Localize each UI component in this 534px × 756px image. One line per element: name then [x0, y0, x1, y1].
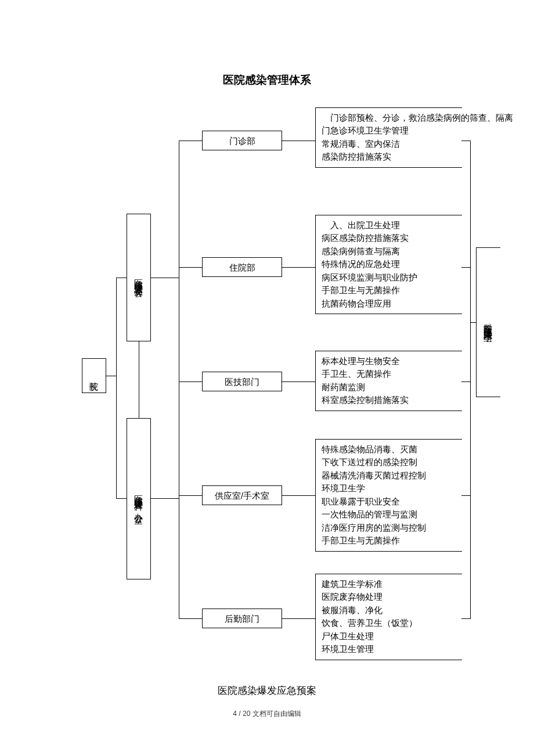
detail-line: 饮食、营养卫生（饭堂）	[322, 617, 457, 629]
detail-line: 环境卫生管理	[322, 643, 457, 656]
detail-line: 门急诊环境卫生学管理	[322, 124, 457, 137]
connector	[179, 141, 202, 141]
connector	[461, 141, 470, 141]
connector	[282, 141, 315, 141]
connector	[179, 267, 202, 268]
node-office-label: 医院感染管理科／办公室	[133, 488, 145, 510]
page-title: 医院感染管理体系	[0, 73, 534, 88]
detail-line: 器械清洗消毒灭菌过程控制	[322, 469, 457, 482]
detail-line: 洁净医疗用房的监测与控制	[322, 521, 457, 534]
detail-line: 手卫生、无菌操作	[322, 368, 457, 380]
connector	[116, 278, 117, 498]
detail-line: 科室感染控制措施落实	[322, 394, 457, 406]
connector	[461, 618, 470, 619]
detail-line: 入、出院卫生处理	[322, 219, 457, 232]
detail-line: 一次性物品的管理与监测	[322, 508, 457, 521]
dept-outpatient-label: 门诊部	[229, 135, 255, 147]
connector	[151, 278, 179, 278]
detail-line: 环境卫生学	[322, 482, 457, 495]
node-committee-label: 医院感染管理委员会	[133, 272, 145, 283]
dept-medtech: 医技部门	[202, 372, 282, 391]
detail-line: 手部卫生与无菌操作	[322, 284, 457, 297]
connector	[139, 341, 139, 418]
detail-line: 耐药菌监测	[322, 381, 457, 394]
connector	[116, 278, 127, 278]
detail-line: 建筑卫生学标准	[322, 578, 457, 591]
detail-line: 感染防控措施落实	[322, 150, 457, 163]
detail-line: 被服消毒、净化	[322, 604, 457, 617]
detail-line: 门诊部预检、分诊，救治感染病例的筛查、隔离	[322, 111, 457, 124]
connector	[179, 618, 202, 619]
connector	[282, 618, 315, 619]
detail-inpatient: 入、出院卫生处理 病区感染防控措施落实 感染病例筛查与隔离 特殊情况的应急处理 …	[315, 215, 462, 314]
node-committee: 医院感染管理委员会	[127, 214, 151, 341]
connector	[282, 495, 315, 496]
detail-line: 感染病例筛查与隔离	[322, 245, 457, 258]
detail-line: 病区环境监测与职业防护	[322, 271, 457, 284]
connector	[470, 322, 476, 323]
node-office: 医院感染管理科／办公室	[127, 418, 151, 579]
dept-inpatient-label: 住院部	[229, 261, 255, 273]
dept-inpatient: 住院部	[202, 257, 282, 277]
detail-logistics: 建筑卫生学标准 医院废弃物处理 被服消毒、净化 饮食、营养卫生（饭堂） 尸体卫生…	[315, 574, 462, 660]
detail-line: 特殊感染物品消毒、灭菌	[322, 443, 457, 456]
detail-line: 尸体卫生处理	[322, 630, 457, 643]
connector	[116, 498, 127, 499]
dept-supply: 供应室/手术室	[202, 485, 282, 505]
node-dept-group: 科室医院感染管理小组	[476, 247, 500, 397]
node-dept-group-label: 科室医院感染管理小组	[482, 316, 495, 328]
dept-logistics-label: 后勤部门	[225, 613, 259, 625]
connector	[106, 376, 116, 376]
connector	[179, 381, 202, 382]
page-footer: 4 / 20 文档可自由编辑	[0, 709, 534, 719]
detail-line: 标本处理与生物安全	[322, 355, 457, 368]
dept-supply-label: 供应室/手术室	[215, 489, 269, 502]
detail-supply: 特殊感染物品消毒、灭菌 下收下送过程的感染控制 器械清洗消毒灭菌过程控制 环境卫…	[315, 439, 462, 552]
detail-line: 常规消毒、室内保洁	[322, 138, 457, 150]
dept-logistics: 后勤部门	[202, 609, 282, 628]
connector	[282, 381, 315, 382]
detail-outpatient: 门诊部预检、分诊，救治感染病例的筛查、隔离 门急诊环境卫生学管理 常规消毒、室内…	[315, 107, 462, 168]
connector	[179, 141, 179, 618]
connector	[461, 267, 470, 268]
connector	[179, 495, 202, 496]
page-subtitle: 医院感染爆发应急预案	[0, 684, 534, 697]
connector	[282, 267, 315, 268]
dept-medtech-label: 医技部门	[225, 376, 259, 388]
detail-medtech: 标本处理与生物安全 手卫生、无菌操作 耐药菌监测 科室感染控制措施落实	[315, 351, 462, 411]
connector	[461, 495, 470, 496]
node-dean-label: 院长	[88, 375, 100, 377]
detail-line: 医院废弃物处理	[322, 591, 457, 603]
detail-line: 下收下送过程的感染控制	[322, 456, 457, 469]
detail-line: 手部卫生与无菌操作	[322, 534, 457, 547]
connector	[461, 381, 470, 382]
detail-line: 职业暴露于职业安全	[322, 495, 457, 508]
node-dean: 院长	[82, 358, 106, 393]
connector	[470, 141, 471, 619]
detail-line: 病区感染防控措施落实	[322, 232, 457, 244]
connector	[151, 498, 179, 499]
detail-line: 抗菌药物合理应用	[322, 297, 457, 310]
dept-outpatient: 门诊部	[202, 131, 282, 150]
detail-line: 特殊情况的应急处理	[322, 258, 457, 271]
